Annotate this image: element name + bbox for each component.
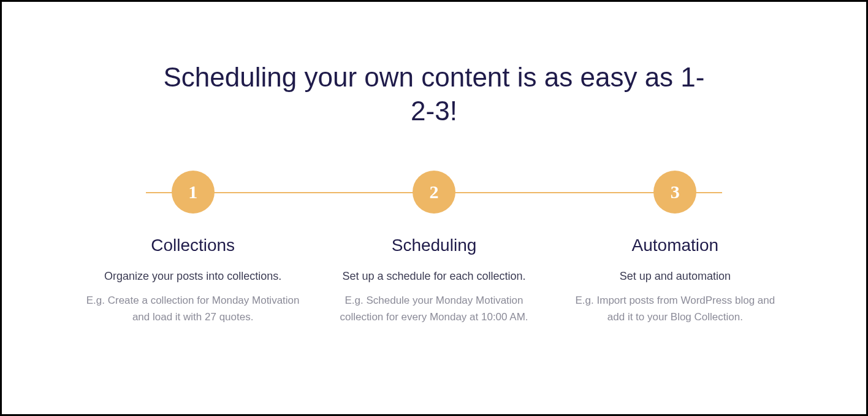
step-scheduling: 2 Scheduling Set up a schedule for each … — [313, 171, 554, 325]
page-frame: Scheduling your own content is as easy a… — [0, 0, 868, 416]
step-title-scheduling: Scheduling — [392, 236, 477, 255]
steps-container: 1 Collections Organize your posts into c… — [72, 171, 796, 325]
step-example-scheduling: E.g. Schedule your Monday Motivation col… — [326, 293, 542, 325]
step-number-badge-2: 2 — [413, 171, 455, 214]
step-description-scheduling: Set up a schedule for each collection. — [342, 269, 525, 284]
step-collections: 1 Collections Organize your posts into c… — [72, 171, 313, 325]
step-description-collections: Organize your posts into collections. — [104, 269, 281, 284]
step-automation: 3 Automation Set up and automation E.g. … — [555, 171, 796, 325]
step-title-collections: Collections — [151, 236, 235, 255]
step-number-badge-3: 3 — [653, 171, 696, 214]
page-heading: Scheduling your own content is as easy a… — [158, 60, 710, 128]
steps-wrapper: 1 Collections Organize your posts into c… — [72, 171, 796, 325]
step-example-collections: E.g. Create a collection for Monday Moti… — [85, 293, 301, 325]
step-number-badge-1: 1 — [172, 171, 215, 214]
step-title-automation: Automation — [632, 236, 719, 255]
step-description-automation: Set up and automation — [620, 269, 731, 284]
step-example-automation: E.g. Import posts from WordPress blog an… — [567, 293, 783, 325]
